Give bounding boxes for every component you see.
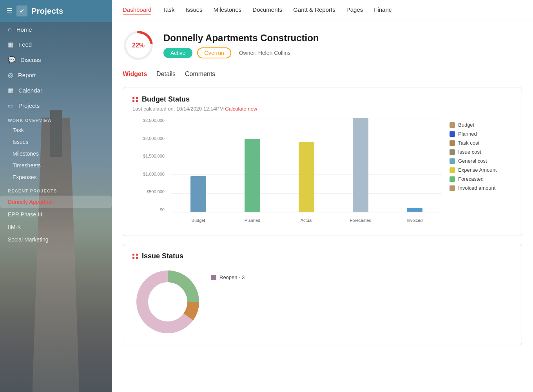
legend-budget: Budget xyxy=(450,122,512,128)
calculate-now-link[interactable]: Calculate now xyxy=(225,106,257,112)
sidebar-item-projects[interactable]: ▭ Projects xyxy=(0,98,112,113)
chart-legend: Budget Planned Task cost Issue cost xyxy=(450,118,512,191)
sidebar-item-calendar[interactable]: ▦ Calendar xyxy=(0,83,112,98)
project-info: Donnelly Apartments Construction Active … xyxy=(163,33,522,58)
sidebar-item-feed[interactable]: ▦ Feed xyxy=(0,37,112,52)
project-badges: Active Overrun Owner: Helen Collins xyxy=(163,47,522,58)
projects-icon: ▭ xyxy=(8,102,14,109)
bar-forecasted: Forecasted xyxy=(334,118,388,212)
legend-forecasted: Forecasted xyxy=(450,176,512,182)
budget-widget-title: Budget Status xyxy=(142,95,190,103)
project-owner: Owner: Helen Collins xyxy=(239,50,291,56)
legend-reopen: Reopen - 3 xyxy=(211,274,245,280)
bar-budget: Budget xyxy=(171,118,225,212)
tab-dashboard[interactable]: Dashboard xyxy=(123,5,151,15)
issue-widget-title: Issue Status xyxy=(142,252,183,260)
sidebar-item-task[interactable]: Task xyxy=(0,124,112,136)
tab-pages[interactable]: Pages xyxy=(346,5,363,15)
feed-icon: ▦ xyxy=(8,41,14,48)
brand-check-icon: ✔ xyxy=(16,5,27,16)
legend-general-cost: General cost xyxy=(450,158,512,164)
sidebar-item-issues[interactable]: Issues xyxy=(0,136,112,148)
recent-project-social[interactable]: Social Marketing xyxy=(0,233,112,246)
progress-label: 22% xyxy=(132,42,145,49)
tab-finance[interactable]: Financ xyxy=(374,5,392,15)
legend-invoiced-amount: Invoiced amount xyxy=(450,185,512,191)
issue-widget: Issue Status Reopen - 3 xyxy=(123,244,522,345)
top-navigation: Dashboard Task Issues Milestones Documen… xyxy=(112,0,533,20)
recent-project-epr[interactable]: EPR Phase III xyxy=(0,208,112,221)
legend-planned: Planned xyxy=(450,131,512,137)
budget-widget-subtitle: Last calculated on: 10/14/2020 12:14PM C… xyxy=(132,106,512,112)
sidebar-item-discuss[interactable]: 💬 Discuss xyxy=(0,52,112,67)
chart-bars-area: Budget Planned Actual Forecasted xyxy=(171,118,442,212)
issue-chart-area: Reopen - 3 xyxy=(132,267,512,337)
sidebar-header: ☰ ✔ Projects xyxy=(0,0,112,22)
work-overview-section: Task Issues Milestones Timesheets Expens… xyxy=(0,124,112,183)
issue-widget-dots-icon xyxy=(132,254,138,259)
sidebar-item-home[interactable]: ⌂ Home xyxy=(0,22,112,37)
project-header: 22% Donnelly Apartments Construction Act… xyxy=(123,30,522,61)
project-title: Donnelly Apartments Construction xyxy=(163,33,522,44)
legend-expense-amount: Expense Amount xyxy=(450,167,512,173)
tab-gantt[interactable]: Gantt & Reports xyxy=(293,5,335,15)
tab-details[interactable]: Details xyxy=(156,69,176,79)
widget-dots-icon xyxy=(132,97,138,102)
tab-issues[interactable]: Issues xyxy=(185,5,202,15)
budget-chart-area: $2,500,000 $2,000,000 $1,500,000 $1,000,… xyxy=(132,118,512,228)
home-icon: ⌂ xyxy=(8,26,12,33)
overrun-badge: Overrun xyxy=(197,47,231,58)
tab-documents[interactable]: Documents xyxy=(252,5,282,15)
calendar-icon: ▦ xyxy=(8,87,14,94)
report-icon: ◎ xyxy=(8,71,13,79)
chart-y-labels: $2,500,000 $2,000,000 $1,500,000 $1,000,… xyxy=(132,118,168,212)
tab-task[interactable]: Task xyxy=(162,5,174,15)
tab-widgets[interactable]: Widgets xyxy=(123,69,147,79)
sidebar-item-milestones[interactable]: Milestones xyxy=(0,148,112,160)
bar-planned: Planned xyxy=(225,118,279,212)
issue-legend: Reopen - 3 xyxy=(211,267,245,337)
work-overview-label: WORK OVERVIEW xyxy=(0,113,112,124)
bar-actual: Actual xyxy=(279,118,334,212)
content-tabs: Widgets Details Comments xyxy=(123,69,522,79)
recent-project-donnely[interactable]: Donnely Appartme xyxy=(0,196,112,208)
sidebar-item-timesheets[interactable]: Timesheets xyxy=(0,160,112,171)
legend-issue-cost: Issue cost xyxy=(450,149,512,155)
active-badge: Active xyxy=(163,48,192,58)
issue-donut-chart xyxy=(132,267,203,337)
sidebar-nav: ⌂ Home ▦ Feed 💬 Discuss ◎ Report ▦ Calen… xyxy=(0,22,112,113)
hamburger-icon[interactable]: ☰ xyxy=(6,7,13,15)
budget-chart: $2,500,000 $2,000,000 $1,500,000 $1,000,… xyxy=(132,118,442,228)
tab-milestones[interactable]: Milestones xyxy=(214,5,242,15)
progress-circle: 22% xyxy=(123,30,154,61)
tab-comments[interactable]: Comments xyxy=(185,69,215,79)
discuss-icon: 💬 xyxy=(8,56,16,64)
recent-projects-label: RECENT PROJECTS xyxy=(0,183,112,196)
brand-title: Projects xyxy=(31,7,63,16)
bar-invoiced: Invoiced xyxy=(388,118,442,212)
sidebar-item-report[interactable]: ◎ Report xyxy=(0,67,112,83)
recent-project-iim-k[interactable]: IIM-K xyxy=(0,221,112,233)
budget-widget: Budget Status Last calculated on: 10/14/… xyxy=(123,87,522,236)
sidebar-item-expenses[interactable]: Expenses xyxy=(0,171,112,183)
legend-task-cost: Task cost xyxy=(450,140,512,146)
